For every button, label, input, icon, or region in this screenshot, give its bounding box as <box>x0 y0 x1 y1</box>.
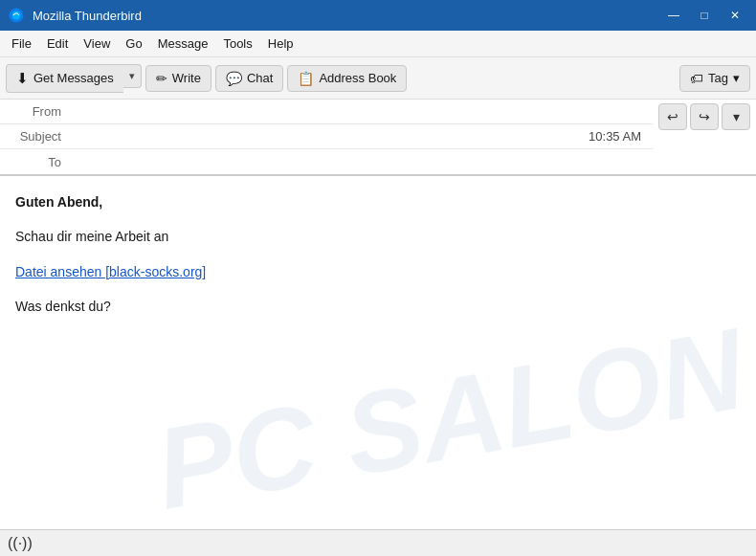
write-icon: ✏ <box>156 71 167 86</box>
header-top-row: From Subject 10:35 AM To ↩ <box>0 100 756 174</box>
to-row: To <box>0 149 653 174</box>
chat-label: Chat <box>247 71 273 85</box>
dropdown-arrow-icon: ▾ <box>129 70 135 82</box>
header-fields: From Subject 10:35 AM To <box>0 100 653 174</box>
back-icon: ↩ <box>667 109 678 124</box>
signal-icon: ((·)) <box>8 535 33 552</box>
app-title: Mozilla Thunderbird <box>33 9 142 23</box>
write-button[interactable]: ✏ Write <box>145 65 211 92</box>
get-messages-label: Get Messages <box>33 71 114 85</box>
main-content: From Subject 10:35 AM To ↩ <box>0 100 756 556</box>
body-greeting: Guten Abend, <box>15 191 741 212</box>
tag-icon: 🏷 <box>690 71 703 86</box>
menu-file[interactable]: File <box>4 33 39 55</box>
subject-row: Subject 10:35 AM <box>0 124 653 149</box>
chat-button[interactable]: 💬 Chat <box>215 65 283 92</box>
address-book-label: Address Book <box>319 71 396 85</box>
to-label: To <box>11 155 61 169</box>
toolbar: ⬇ Get Messages ▾ ✏ Write 💬 Chat 📋 Addres… <box>0 57 756 100</box>
address-book-button[interactable]: 📋 Address Book <box>287 65 407 92</box>
tag-button[interactable]: 🏷 Tag ▾ <box>679 65 750 92</box>
email-content: Guten Abend, Schau dir meine Arbeit an D… <box>15 191 741 318</box>
tag-dropdown-arrow: ▾ <box>733 71 740 85</box>
body-text2: Was denkst du? <box>15 299 111 314</box>
chat-icon: 💬 <box>226 71 242 86</box>
close-button[interactable]: ✕ <box>722 4 748 27</box>
get-messages-icon: ⬇ <box>16 70 29 87</box>
body-link-paragraph: Datei ansehen [black-socks.org] <box>15 261 741 282</box>
body-text1: Schau dir meine Arbeit an <box>15 229 168 244</box>
email-header-section: From Subject 10:35 AM To ↩ <box>0 100 756 176</box>
minimize-button[interactable]: — <box>660 4 687 27</box>
menu-bar: File Edit View Go Message Tools Help <box>0 31 756 57</box>
email-time: 10:35 AM <box>589 129 641 144</box>
get-messages-group: ⬇ Get Messages ▾ <box>6 64 142 93</box>
back-button[interactable]: ↩ <box>658 103 687 130</box>
window-controls: — □ ✕ <box>660 4 748 27</box>
thunderbird-icon <box>8 7 25 24</box>
maximize-button[interactable]: □ <box>691 4 718 27</box>
menu-message[interactable]: Message <box>150 33 216 55</box>
menu-edit[interactable]: Edit <box>39 33 76 55</box>
tag-label: Tag <box>708 71 728 85</box>
nav-controls: ↩ ↪ ▾ <box>653 100 756 134</box>
email-body: PC SALON Guten Abend, Schau dir meine Ar… <box>0 176 756 529</box>
body-paragraph2: Was denkst du? <box>15 296 741 317</box>
title-bar-left: Mozilla Thunderbird <box>8 7 142 24</box>
menu-view[interactable]: View <box>76 33 118 55</box>
forward-icon: ↪ <box>699 109 710 124</box>
from-label: From <box>11 104 61 119</box>
status-bar: ((·)) <box>0 529 756 556</box>
write-label: Write <box>172 71 201 85</box>
from-row: From <box>0 100 653 124</box>
title-bar: Mozilla Thunderbird — □ ✕ <box>0 0 756 31</box>
forward-button[interactable]: ↪ <box>690 103 719 130</box>
body-greeting-text: Guten Abend, <box>15 194 102 210</box>
address-book-icon: 📋 <box>298 71 314 86</box>
expand-button[interactable]: ▾ <box>722 103 750 130</box>
menu-help[interactable]: Help <box>260 33 301 55</box>
menu-tools[interactable]: Tools <box>215 33 259 55</box>
get-messages-dropdown[interactable]: ▾ <box>123 64 142 88</box>
external-link[interactable]: Datei ansehen [black-socks.org] <box>15 264 206 279</box>
get-messages-button[interactable]: ⬇ Get Messages <box>6 64 123 93</box>
expand-icon: ▾ <box>733 109 740 124</box>
subject-label: Subject <box>11 129 61 144</box>
body-paragraph1: Schau dir meine Arbeit an <box>15 226 741 247</box>
menu-go[interactable]: Go <box>118 33 149 55</box>
svg-point-1 <box>12 11 21 20</box>
